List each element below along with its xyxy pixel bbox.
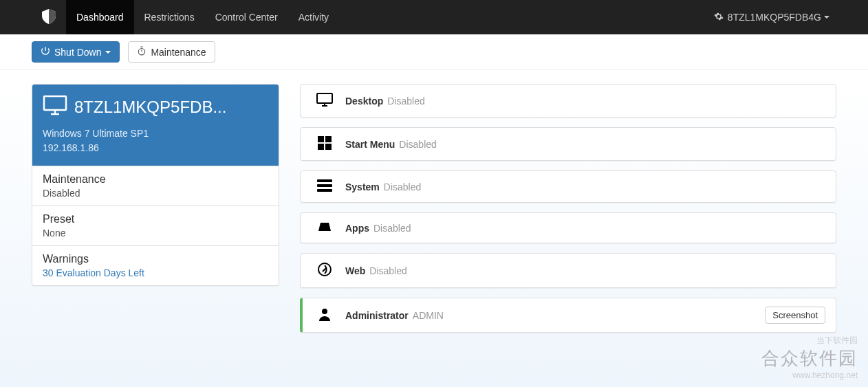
category-system[interactable]: System Disabled [300,170,836,203]
caret-down-icon [105,51,111,54]
maintenance-button[interactable]: Maintenance [128,41,215,63]
shutdown-button[interactable]: Shut Down [32,41,120,63]
brand-logo[interactable] [32,0,66,34]
category-start-menu[interactable]: Start Menu Disabled [300,127,836,161]
svg-rect-7 [317,179,332,182]
desktop-icon [316,93,333,109]
nav-control-center[interactable]: Control Center [205,0,288,34]
nav-activity[interactable]: Activity [288,0,339,34]
host-title: 8TZL1MKQP5FDB... [74,98,226,117]
start-menu-icon [318,136,332,152]
category-apps[interactable]: Apps Disabled [300,212,836,243]
navbar: Dashboard Restrictions Control Center Ac… [0,0,868,34]
user-icon [318,307,332,323]
svg-point-11 [322,309,327,314]
monitor-icon [43,95,67,120]
svg-rect-8 [317,184,332,187]
svg-rect-9 [317,189,332,192]
stopwatch-icon [137,46,147,58]
user-row[interactable]: Administrator ADMIN Screenshot [300,298,836,333]
svg-rect-3 [318,136,324,142]
svg-rect-2 [317,93,332,103]
host-warnings-item[interactable]: Warnings 30 Evaluation Days Left [32,245,279,285]
host-os: Windows 7 Ultimate SP1 [43,126,268,141]
system-icon [317,179,332,194]
web-icon [317,262,332,279]
gear-icon [714,12,724,23]
svg-rect-1 [44,96,66,110]
host-ip: 192.168.1.86 [43,141,268,155]
svg-point-0 [139,49,145,55]
power-icon [41,46,50,58]
host-card: 8TZL1MKQP5FDB... Windows 7 Ultimate SP1 … [32,84,279,286]
host-card-header: 8TZL1MKQP5FDB... Windows 7 Ultimate SP1 … [32,85,279,166]
category-web[interactable]: Web Disabled [300,253,836,288]
apps-icon [317,221,332,234]
host-maintenance-item[interactable]: Maintenance Disabled [32,166,279,206]
nav-host-dropdown[interactable]: 8TZL1MKQP5FDB4G [707,0,836,34]
screenshot-button[interactable]: Screenshot [765,307,825,324]
svg-rect-5 [318,144,324,150]
category-desktop[interactable]: Desktop Disabled [300,84,836,118]
action-bar: Shut Down Maintenance [0,34,868,70]
shield-icon [42,9,56,26]
warnings-link[interactable]: 30 Evaluation Days Left [43,267,268,278]
host-preset-item[interactable]: Preset None [32,206,279,245]
caret-down-icon [824,16,829,19]
nav-restrictions[interactable]: Restrictions [134,0,205,34]
svg-rect-6 [325,144,332,150]
nav-dashboard[interactable]: Dashboard [66,0,134,34]
svg-rect-4 [325,136,332,142]
nav-host-label: 8TZL1MKQP5FDB4G [728,12,821,23]
